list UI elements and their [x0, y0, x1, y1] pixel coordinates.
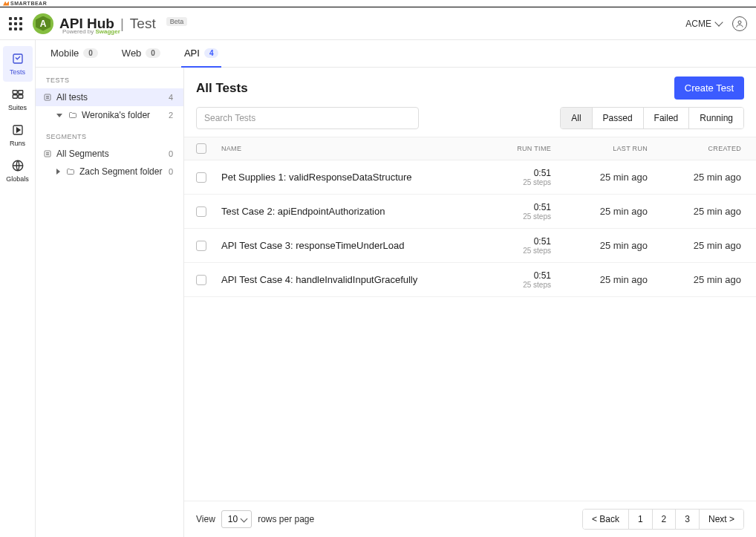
tab-web-label: Web [122, 48, 142, 59]
smartbear-strip: SMARTBEAR [0, 0, 756, 7]
table-header: NAME RUN TIME LAST RUN CREATED [184, 137, 756, 160]
row-created: 25 min ago [648, 172, 744, 183]
search-input[interactable] [196, 107, 419, 129]
filter-all[interactable]: All [561, 108, 592, 128]
tab-web[interactable]: Web0 [119, 48, 163, 68]
tree-all-tests-count: 4 [169, 93, 176, 102]
row-name: Pet Supplies 1: validResponseDataStructu… [218, 172, 469, 183]
row-checkbox[interactable] [196, 241, 206, 251]
beta-badge: Beta [166, 17, 188, 26]
row-lastrun: 25 min ago [551, 206, 648, 217]
tree-folder-zach-label: Zach Segment folder [79, 166, 162, 177]
chevron-right-icon [56, 169, 60, 175]
select-all-checkbox[interactable] [196, 143, 206, 154]
page-2[interactable]: 2 [653, 510, 677, 529]
filter-failed[interactable]: Failed [644, 108, 690, 128]
tests-icon [11, 52, 25, 65]
tab-api[interactable]: API4 [181, 48, 222, 68]
tab-mobile-count: 0 [83, 48, 98, 58]
powered-by: Powered by Swagger [62, 28, 120, 35]
nav-globals-label: Globals [6, 175, 29, 183]
tab-mobile[interactable]: Mobile0 [48, 48, 101, 68]
col-runtime[interactable]: RUN TIME [469, 145, 551, 152]
nav-suites-label: Suites [8, 104, 27, 111]
row-checkbox[interactable] [196, 206, 206, 217]
runs-icon [11, 123, 25, 137]
nav-tests-label: Tests [10, 68, 25, 76]
brand-section: Test [130, 16, 156, 32]
nav-tests[interactable]: Tests [3, 46, 33, 82]
list-icon [43, 93, 52, 102]
svg-rect-3 [18, 91, 22, 94]
table-row[interactable]: API Test Case 4: handleInvalidInputGrace… [184, 263, 756, 297]
tree-all-segments-label: All Segments [56, 149, 109, 159]
row-runtime: 0:5125 steps [469, 202, 551, 221]
domain-tabs: Mobile0 Web0 API4 [36, 40, 756, 68]
tab-api-count: 4 [204, 48, 219, 58]
org-name: ACME [685, 19, 711, 29]
status-filter-group: All Passed Failed Running [560, 107, 744, 129]
tree-folder-zach[interactable]: Zach Segment folder 0 [36, 163, 183, 180]
folder-icon [66, 167, 75, 176]
segments-section-header: SEGMENTS [36, 124, 183, 145]
pagination: < Back 1 2 3 Next > [582, 509, 744, 530]
tree-folder-zach-count: 0 [169, 167, 176, 176]
col-lastrun[interactable]: LAST RUN [551, 145, 648, 152]
row-runtime: 0:5125 steps [469, 168, 551, 186]
list-icon [43, 149, 52, 158]
rows-per-page-select[interactable]: 10 [221, 510, 252, 528]
nav-suites[interactable]: Suites [3, 82, 33, 117]
row-name: API Test Case 3: responseTimeUnderLoad [218, 240, 469, 251]
tree-folder-weronika-count: 2 [169, 111, 176, 120]
page-next[interactable]: Next > [700, 510, 743, 529]
create-test-button[interactable]: Create Test [674, 77, 744, 100]
tree-all-tests[interactable]: All tests 4 [36, 88, 183, 106]
page-title: All Tests [196, 81, 248, 96]
tree-folder-weronika[interactable]: Weronika's folder 2 [36, 106, 183, 124]
chevron-down-icon [56, 114, 62, 117]
row-checkbox[interactable] [196, 172, 206, 183]
main-content: All Tests Create Test All Passed Failed … [184, 68, 756, 537]
tree-folder-weronika-label: Weronika's folder [82, 110, 150, 120]
user-avatar[interactable] [732, 16, 747, 31]
col-name[interactable]: NAME [218, 145, 469, 152]
row-runtime: 0:5125 steps [469, 270, 551, 289]
row-name: Test Case 2: apiEndpointAuthorization [218, 206, 469, 217]
row-name: API Test Case 4: handleInvalidInputGrace… [218, 274, 469, 285]
apps-grid-icon[interactable] [9, 17, 22, 30]
tree-all-segments[interactable]: All Segments 0 [36, 145, 183, 163]
row-checkbox[interactable] [196, 275, 206, 285]
table-row[interactable]: Pet Supplies 1: validResponseDataStructu… [184, 160, 756, 195]
rows-per-page-value: 10 [228, 514, 238, 524]
rows-suffix: rows per page [258, 514, 314, 524]
row-lastrun: 25 min ago [551, 172, 648, 183]
nav-runs-label: Runs [10, 140, 25, 147]
table-row[interactable]: Test Case 2: apiEndpointAuthorization0:5… [184, 195, 756, 229]
chevron-down-icon [714, 18, 723, 26]
filter-passed[interactable]: Passed [593, 108, 644, 128]
row-created: 25 min ago [648, 206, 744, 217]
table-row[interactable]: API Test Case 3: responseTimeUnderLoad0:… [184, 229, 756, 263]
globals-icon [11, 159, 25, 172]
app-header: A API Hub | Test Beta Powered by Swagger… [0, 7, 756, 40]
tree-panel: TESTS All tests 4 Weronika's folder 2 SE… [36, 68, 184, 537]
nav-runs[interactable]: Runs [3, 117, 33, 153]
folder-icon [68, 111, 77, 120]
svg-point-0 [738, 21, 741, 24]
nav-globals[interactable]: Globals [3, 153, 33, 189]
page-back[interactable]: < Back [583, 510, 629, 529]
filter-running[interactable]: Running [689, 108, 743, 128]
row-created: 25 min ago [648, 274, 744, 285]
smartbear-text: SMARTBEAR [10, 1, 47, 6]
product-logo-letter: A [40, 19, 47, 29]
tab-mobile-label: Mobile [50, 48, 79, 59]
page-1[interactable]: 1 [629, 510, 653, 529]
org-switcher[interactable]: ACME [685, 19, 722, 29]
col-created[interactable]: CREATED [648, 145, 744, 152]
tree-all-segments-count: 0 [169, 149, 176, 158]
left-nav: Tests Suites Runs Globals [0, 40, 36, 537]
page-3[interactable]: 3 [676, 510, 700, 529]
smartbear-logo-icon [3, 1, 9, 6]
tab-api-label: API [184, 48, 200, 59]
tab-web-count: 0 [146, 48, 160, 58]
